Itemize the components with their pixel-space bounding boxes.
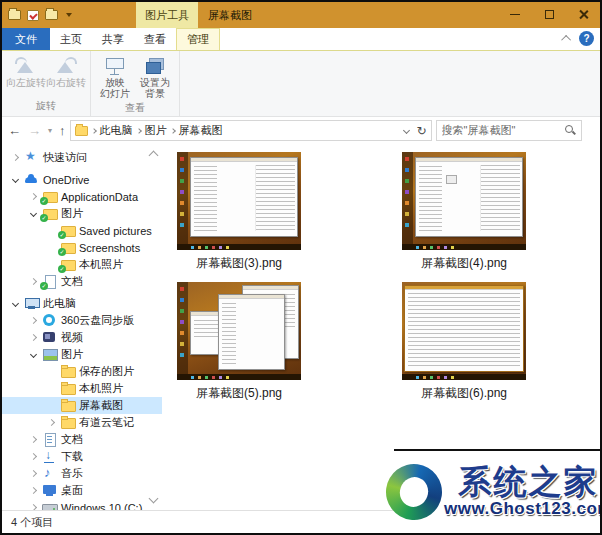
chevron-right-icon[interactable] [29,317,36,324]
recent-locations-icon[interactable]: ▾ [48,126,52,135]
maximize-icon [545,10,554,19]
drive-icon [42,501,57,510]
search-placeholder: 搜索"屏幕截图" [442,123,565,138]
sidebar-item-youdao-notes[interactable]: 有道云笔记 [2,414,162,431]
file-item[interactable]: 屏幕截图(6).png [389,282,539,402]
watermark-site-name: 系统之家 [458,465,598,499]
maximize-button[interactable] [532,2,566,26]
folder-icon [60,416,75,429]
computer-icon [24,297,39,310]
chevron-right-icon[interactable] [47,419,54,426]
tab-manage[interactable]: 管理 [176,28,220,50]
location-folder-icon [75,126,88,136]
tab-share[interactable]: 共享 [92,28,134,50]
sidebar-item-screenshots[interactable]: 屏幕截图 [2,397,162,414]
search-icon[interactable] [565,125,576,136]
chevron-right-icon[interactable] [29,453,36,460]
rotate-group-label: 旋转 [6,97,86,116]
file-name: 屏幕截图(6).png [389,385,539,402]
tab-home[interactable]: 主页 [50,28,92,50]
sidebar-item-onedrive[interactable]: OneDrive [2,171,162,188]
close-icon [578,9,589,20]
music-icon [42,467,57,480]
sidebar-item-camera-roll-onedrive[interactable]: 本机照片 [2,256,162,273]
properties-icon[interactable] [27,10,39,21]
slideshow-button[interactable]: 放映幻灯片 [95,54,135,99]
chevron-right-icon[interactable] [29,436,36,443]
pictures-icon [42,348,57,361]
file-item[interactable]: 屏幕截图(3).png [164,152,314,272]
sidebar-item-screenshots-onedrive[interactable]: Screenshots [2,239,162,256]
back-icon[interactable]: ← [8,123,21,138]
close-button[interactable] [566,2,600,26]
refresh-icon[interactable]: ↻ [416,124,426,138]
sidebar-item-this-pc[interactable]: 此电脑 [2,295,162,312]
document-icon [42,433,57,446]
file-item[interactable]: 屏幕截图(5).png [164,282,314,402]
sidebar-item-drive-c[interactable]: Windows 10 (C:) [2,499,162,510]
sidebar-item-saved-pictures[interactable]: Saved pictures [2,222,162,239]
collapse-ribbon-icon[interactable] [561,35,571,45]
breadcrumb-separator-icon [136,128,142,134]
ribbon-group-view: 放映幻灯片 设置为背景 查看 [91,51,180,116]
explorer-window: 图片工具 屏幕截图 文件 主页 共享 查看 管理 ? 向左旋转 [0,0,602,535]
quick-access-toolbar [2,10,72,21]
set-as-background-button[interactable]: 设置为背景 [135,54,175,99]
chevron-down-icon[interactable] [29,351,36,358]
file-item[interactable]: 屏幕截图(4).png [389,152,539,272]
breadcrumb-separator-icon [91,128,97,134]
chevron-right-icon[interactable] [29,470,36,477]
breadcrumb-screenshots[interactable]: 屏幕截图 [179,123,223,138]
rotate-left-button[interactable]: 向左旋转 [6,54,46,97]
search-input[interactable]: 搜索"屏幕截图" [436,120,582,141]
chevron-right-icon[interactable] [11,154,18,161]
sidebar-item-desktop[interactable]: 桌面 [2,482,162,499]
address-bar[interactable]: 此电脑 图片 屏幕截图 ↻ [70,120,432,141]
sidebar-item-360-cloud[interactable]: 360云盘同步版 [2,312,162,329]
forward-icon[interactable]: → [28,123,41,138]
help-icon[interactable]: ? [579,31,594,46]
breadcrumb-this-pc[interactable]: 此电脑 [100,123,133,138]
ribbon-tab-row: 文件 主页 共享 查看 管理 ? [2,28,600,51]
chevron-right-icon[interactable] [29,334,36,341]
contextual-tab-group-label: 图片工具 [136,2,198,28]
sidebar-item-music[interactable]: 音乐 [2,465,162,482]
thumbnail-image [402,152,526,250]
rotate-right-button[interactable]: 向右旋转 [46,54,86,97]
tab-view[interactable]: 查看 [134,28,176,50]
chevron-down-icon[interactable] [11,176,18,183]
chevron-right-icon[interactable] [29,487,36,494]
sidebar-item-onedrive-pictures[interactable]: 图片 [2,205,162,222]
chevron-right-icon[interactable] [29,278,36,285]
set-as-background-icon [145,57,165,75]
file-name: 屏幕截图(3).png [164,255,314,272]
address-dropdown-icon[interactable] [403,127,410,134]
tab-file[interactable]: 文件 [2,28,50,50]
sidebar-item-videos[interactable]: 视频 [2,329,162,346]
breadcrumb-pictures[interactable]: 图片 [145,123,167,138]
sidebar-item-camera-roll[interactable]: 本机照片 [2,380,162,397]
customize-toolbar-icon[interactable] [66,13,72,17]
thumbnail-image [177,152,301,250]
ribbon-group-rotate: 向左旋转 向右旋转 旋转 [2,51,91,116]
cloud-drive-icon [42,314,57,327]
folder-icon [60,399,75,412]
chevron-down-icon[interactable] [29,210,36,217]
sidebar-item-quick-access[interactable]: 快速访问 [2,149,162,166]
sidebar-item-onedrive-documents[interactable]: 文档 [2,273,162,290]
desktop-icon [42,484,57,497]
sidebar-item-saved-images[interactable]: 保存的图片 [2,363,162,380]
sidebar-item-applicationdata[interactable]: ApplicationData [2,188,162,205]
file-name: 屏幕截图(4).png [389,255,539,272]
sidebar-item-downloads[interactable]: 下载 [2,448,162,465]
minimize-icon [510,14,520,15]
minimize-button[interactable] [498,2,532,26]
chevron-down-icon[interactable] [11,300,18,307]
sidebar-item-documents[interactable]: 文档 [2,431,162,448]
title-bar: 图片工具 屏幕截图 [2,2,600,28]
new-folder-icon[interactable] [45,10,58,20]
sidebar-item-pictures[interactable]: 图片 [2,346,162,363]
chevron-right-icon[interactable] [29,193,36,200]
synced-document-icon [42,275,57,288]
up-icon[interactable]: ↑ [59,123,66,138]
